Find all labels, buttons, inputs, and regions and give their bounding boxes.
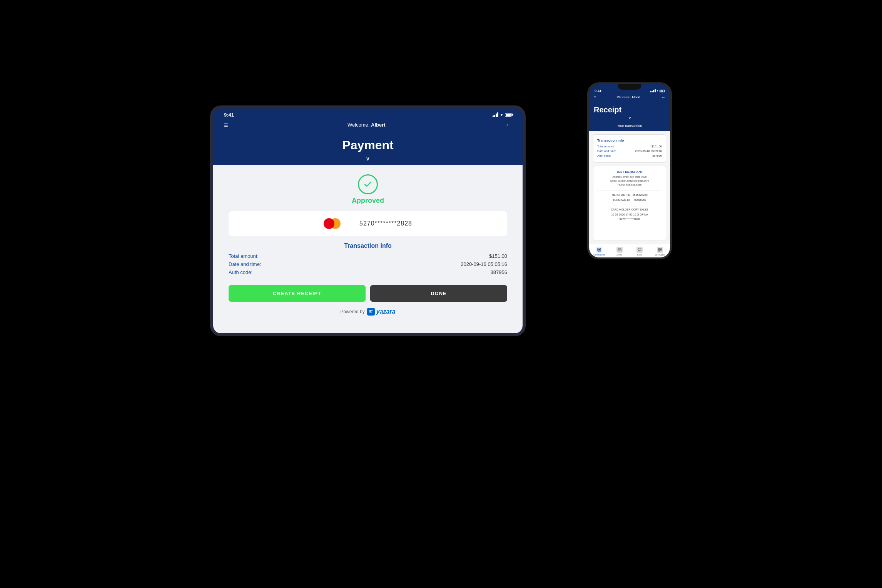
qr-code-icon [657, 247, 663, 253]
transaction-row-date: Date and time: 2020-09-16 05:05:16 [229, 261, 507, 267]
phone-signal-icon [650, 89, 656, 92]
tablet-chevron[interactable]: ∨ [213, 155, 523, 165]
battery-icon [505, 113, 512, 117]
tablet-buttons: CREATE RECEIPT DONE [229, 285, 507, 302]
phone-wifi-icon: ▾ [657, 89, 658, 92]
phone-device: 9:41 ▾ ≡ Welcome, Albert ← [587, 82, 672, 259]
amount-value: $151.00 [489, 253, 507, 259]
svg-rect-13 [660, 251, 661, 251]
phone-time: 9:41 [595, 89, 601, 93]
phone-merchant-name: TEST MERCHANT [597, 170, 662, 174]
phone-page-title: Receipt [594, 105, 665, 114]
scene: 9:41 ▾ ≡ Welcome, Albert ← [210, 82, 672, 506]
phone-your-transaction: Your transaction [589, 122, 670, 131]
svg-rect-10 [659, 250, 660, 251]
svg-rect-11 [660, 250, 660, 251]
phone-merchant-details: Address: street city, state 0000 Email: … [597, 175, 662, 187]
svg-rect-12 [661, 250, 662, 251]
email-icon [616, 247, 623, 253]
tablet-status-icons: ▾ [493, 112, 512, 117]
screenshot-icon [596, 247, 602, 253]
phone-bottom-qrcode[interactable]: QR Code [650, 247, 670, 256]
tablet-time: 9:41 [224, 112, 234, 118]
transaction-row-amount: Total amount: $151.00 [229, 253, 507, 259]
phone-date-row: Date and time: 2020-09-16 05:05:16 [597, 149, 662, 153]
powered-by-text: Powered by [340, 309, 364, 314]
done-button[interactable]: DONE [370, 285, 507, 302]
phone-bottom-email[interactable]: Email [610, 247, 630, 256]
wifi-icon: ▾ [501, 113, 503, 117]
approved-check-icon [358, 174, 378, 194]
approved-text: Approved [352, 197, 384, 205]
yazara-text: yazara [376, 308, 396, 315]
phone-auth-value: 387956 [652, 154, 662, 157]
create-receipt-button[interactable]: CREATE RECEIPT [229, 285, 366, 302]
email-label: Email [616, 254, 622, 256]
phone-status-icons: ▾ [650, 89, 665, 92]
phone-amount-row: Total amount: $151.00 [597, 145, 662, 148]
phone-auth-row: Auth code: 387956 [597, 154, 662, 157]
phone-chevron[interactable]: ∨ [589, 116, 670, 122]
transaction-info: Transaction info Total amount: $151.00 D… [229, 242, 507, 277]
svg-rect-8 [660, 249, 661, 249]
svg-rect-14 [661, 251, 662, 251]
auth-value: 387956 [491, 269, 507, 275]
tablet-nav: ≡ Welcome, Albert ← [213, 121, 523, 134]
powered-by: Powered by yazara [340, 308, 395, 316]
phone-nav-title: Welcome, Albert [617, 95, 641, 99]
tablet-device: 9:41 ▾ ≡ Welcome, Albert ← [210, 105, 526, 336]
phone-receipt-card: TEST MERCHANT Address: street city, stat… [593, 166, 666, 241]
phone-receipt-details: MERCHANT ID 2685422228 TERMINAL ID 00010… [597, 193, 662, 222]
phone-notch [618, 84, 641, 90]
date-value: 2020-09-16 05:05:16 [461, 261, 507, 267]
tablet-page-title: Payment [213, 138, 523, 152]
card-number: 5270********2828 [359, 220, 412, 227]
phone-date-value: 2020-09-16 05:05:16 [635, 149, 662, 153]
phone-amount-label: Total amount: [597, 145, 615, 148]
phone-date-label: Date and time: [597, 149, 616, 153]
tablet-title-section: Payment [213, 134, 523, 155]
phone-bottom-screenshot[interactable]: Screenshot [589, 247, 610, 256]
screenshot-label: Screenshot [593, 254, 605, 256]
svg-rect-2 [598, 249, 600, 251]
qr-code-label: QR Code [655, 254, 665, 256]
tablet-content: Approved 5270********2828 Transaction in… [213, 165, 523, 333]
phone-bottom-bar: Screenshot Email SMS [589, 244, 670, 257]
sms-label: SMS [637, 254, 642, 256]
phone-title-section: Receipt [589, 102, 670, 116]
hamburger-icon[interactable]: ≡ [224, 122, 228, 129]
svg-rect-4 [638, 248, 641, 251]
phone-transaction-title: Transaction info [597, 139, 662, 142]
phone-nav: ≡ Welcome, Albert ← [589, 94, 670, 102]
phone-bottom-sms[interactable]: SMS [630, 247, 650, 256]
amount-label: Total amount: [229, 253, 259, 259]
tablet-status-bar: 9:41 ▾ [213, 109, 523, 121]
card-divider [350, 218, 350, 229]
transaction-title: Transaction info [229, 242, 507, 249]
auth-label: Auth code: [229, 269, 252, 275]
phone-battery-icon [660, 90, 665, 92]
phone-transaction-card: Transaction info Total amount: $151.00 D… [593, 134, 666, 163]
phone-content: Transaction info Total amount: $151.00 D… [589, 131, 670, 244]
phone-back-arrow-icon[interactable]: ← [662, 95, 665, 99]
svg-rect-6 [659, 249, 660, 249]
back-arrow-icon[interactable]: ← [505, 121, 512, 129]
yazara-logo: yazara [367, 308, 396, 316]
card-section: 5270********2828 [229, 211, 507, 236]
sms-icon [636, 247, 643, 253]
signal-icon [493, 112, 498, 117]
transaction-row-auth: Auth code: 387956 [229, 269, 507, 275]
phone-amount-value: $151.00 [651, 145, 662, 148]
yazara-icon [367, 308, 375, 316]
tablet-nav-title: Welcome, Albert [347, 122, 386, 128]
mastercard-icon [324, 218, 341, 229]
approved-section: Approved [352, 174, 384, 205]
phone-hamburger-icon[interactable]: ≡ [594, 95, 596, 99]
date-label: Date and time: [229, 261, 261, 267]
phone-auth-label: Auth code: [597, 154, 611, 157]
